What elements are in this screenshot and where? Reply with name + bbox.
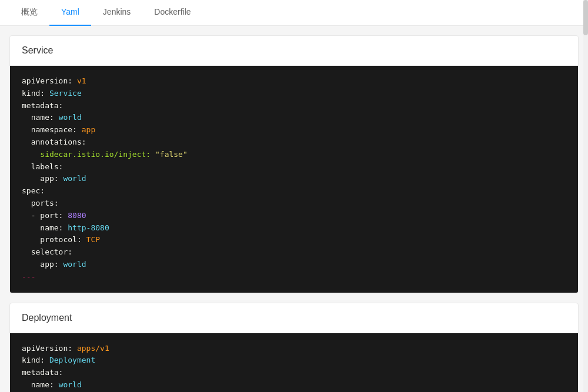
section-deployment: DeploymentapiVersion: apps/v1kind: Deplo… <box>9 303 579 392</box>
code-line: annotations: <box>22 136 566 149</box>
code-token: ports: <box>22 199 59 207</box>
code-line: kind: Deployment <box>22 354 566 367</box>
code-line: metadata: <box>22 367 566 379</box>
code-token: kind: <box>22 356 49 364</box>
code-token: name: <box>22 223 68 232</box>
code-line: --- <box>22 271 566 283</box>
code-line: sidecar.istio.io/inject: "false" <box>22 149 566 161</box>
code-token: "false" <box>155 150 188 159</box>
scrollbar[interactable] <box>583 0 588 392</box>
scrollbar-thumb[interactable] <box>583 0 588 35</box>
main-content: ServiceapiVersion: v1kind: Servicemetada… <box>0 26 588 392</box>
code-line: labels: <box>22 161 566 173</box>
section-title-deployment: Deployment <box>10 303 578 333</box>
code-token: name: <box>22 380 59 389</box>
code-line: namespace: app <box>22 124 566 136</box>
code-block-deployment: apiVersion: apps/v1kind: Deploymentmetad… <box>10 333 578 392</box>
code-token: world <box>59 380 82 389</box>
code-token: metadata: <box>22 368 63 377</box>
code-token: app: <box>22 174 63 183</box>
code-token: namespace: <box>22 125 82 134</box>
code-line: name: world <box>22 379 566 391</box>
tab-overview[interactable]: 概览 <box>9 0 49 26</box>
code-token: Deployment <box>49 356 95 364</box>
code-line: apiVersion: v1 <box>22 75 566 88</box>
code-token: apiVersion: <box>22 76 77 85</box>
tab-yaml[interactable]: Yaml <box>49 0 91 26</box>
code-token: - port: <box>22 211 68 220</box>
code-line: kind: Service <box>22 88 566 100</box>
code-line: spec: <box>22 185 566 197</box>
code-line: app: world <box>22 259 566 271</box>
code-block-service: apiVersion: v1kind: Servicemetadata: nam… <box>10 66 578 293</box>
code-line: metadata: <box>22 100 566 112</box>
code-line: protocol: TCP <box>22 234 566 246</box>
code-token: kind: <box>22 89 49 98</box>
tab-bar: 概览YamlJenkinsDockerfile <box>0 0 588 26</box>
code-token: world <box>63 260 86 269</box>
code-token: apiVersion: <box>22 344 77 353</box>
code-line: selector: <box>22 246 566 259</box>
code-token: --- <box>22 272 35 281</box>
code-token: spec: <box>22 186 45 195</box>
tab-dockerfile[interactable]: Dockerfile <box>142 0 202 26</box>
code-token: protocol: <box>22 235 86 244</box>
code-token: 8080 <box>68 211 86 220</box>
code-token: labels: <box>22 162 63 171</box>
code-line: name: world <box>22 112 566 124</box>
code-token: name: <box>22 113 59 122</box>
section-service: ServiceapiVersion: v1kind: Servicemetada… <box>9 35 579 293</box>
code-token: v1 <box>77 76 86 85</box>
code-token: http-8080 <box>68 223 109 232</box>
tab-jenkins[interactable]: Jenkins <box>91 0 142 26</box>
code-token: annotations: <box>22 138 86 146</box>
code-line: apiVersion: apps/v1 <box>22 343 566 355</box>
code-token: world <box>59 113 82 122</box>
code-token: apps/v1 <box>77 344 109 353</box>
code-line: ports: <box>22 197 566 210</box>
code-line: - port: 8080 <box>22 210 566 222</box>
code-token: world <box>63 174 86 183</box>
code-token: selector: <box>22 247 72 256</box>
code-token: Service <box>49 89 82 98</box>
code-token: metadata: <box>22 101 63 110</box>
code-token: TCP <box>86 235 100 244</box>
code-line: name: http-8080 <box>22 222 566 234</box>
code-token: sidecar.istio.io/inject: <box>22 150 155 159</box>
code-token: app <box>82 125 95 134</box>
code-line: app: world <box>22 173 566 185</box>
code-token: app: <box>22 260 63 269</box>
section-title-service: Service <box>10 36 578 66</box>
